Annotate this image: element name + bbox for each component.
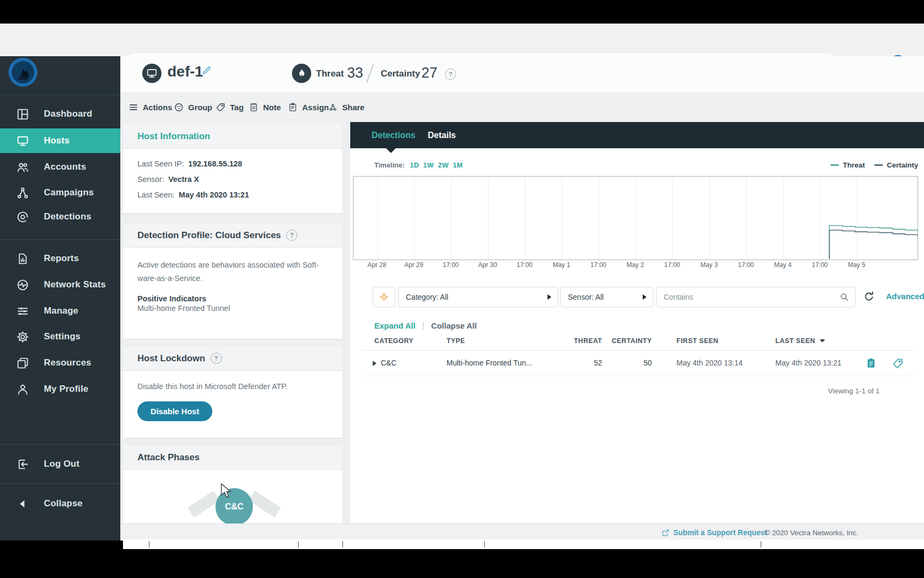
vectra-logo[interactable] [8, 57, 38, 87]
collapse-icon [16, 497, 29, 511]
advanced-filters-link[interactable]: Advanced [886, 292, 924, 301]
sidebar-item-detections[interactable]: Detections [0, 204, 120, 229]
support-request-label: Submit a Support Request [673, 528, 767, 537]
certainty-label: Certainty [381, 69, 420, 79]
cell-category: C&C [381, 359, 397, 367]
sidebar-item-hosts[interactable]: Hosts [0, 128, 120, 153]
sidebar-item-label: Resources [44, 358, 91, 368]
disable-host-button[interactable]: Disable Host [137, 401, 212, 421]
note-button[interactable]: Note [249, 92, 281, 122]
sidebar-item-resources[interactable]: Resources [0, 351, 120, 375]
column-header-category[interactable]: CATEGORY [374, 337, 413, 345]
scrubber-tick [760, 541, 761, 547]
host-lockdown-help-icon[interactable] [211, 353, 222, 364]
sidebar-item-label: Campaigns [44, 187, 94, 198]
timeline-range-1d[interactable]: 1D [410, 161, 419, 169]
app-window: Dashboard Hosts Accounts Campaigns Detec… [0, 56, 924, 541]
sidebar-item-settings[interactable]: Settings [0, 324, 120, 349]
sidebar-item-my-profile[interactable]: My Profile [0, 377, 120, 401]
host-information-panel: Host Information Last Seen IP: 192.168.5… [123, 124, 342, 213]
info-value: Vectra X [168, 175, 199, 184]
sidebar-item-manage[interactable]: Manage [0, 299, 120, 323]
sidebar-item-label: Dashboard [44, 109, 93, 119]
sidebar-item-label: Log Out [44, 459, 80, 469]
assign-label: Assign [302, 103, 329, 112]
panel-header: Host Lockdown [123, 346, 342, 371]
cell-type-link[interactable]: Multi-home Fronted Tun... [446, 359, 532, 367]
row-tag-icon[interactable] [892, 358, 904, 369]
category-filter-dropdown[interactable]: Category: All [398, 287, 558, 307]
column-header-type[interactable]: TYPE [446, 337, 465, 345]
tab-details[interactable]: Details [428, 122, 456, 148]
profile-icon [16, 383, 29, 396]
category-filter-value: Category: All [406, 293, 448, 301]
scrubber-tick [484, 541, 485, 547]
assign-icon [288, 102, 298, 112]
edit-pencil-icon[interactable] [202, 65, 212, 75]
dropdown-arrow-icon [643, 294, 646, 300]
share-label: Share [342, 103, 365, 112]
sidebar-item-logout[interactable]: Log Out [0, 452, 120, 476]
search-icon[interactable] [839, 292, 850, 302]
column-header-threat[interactable]: THREAT [570, 337, 602, 345]
x-tick-label: May 3 [700, 261, 718, 269]
timeline-label: Timeline: [374, 161, 405, 169]
x-tick-label: May 4 [774, 261, 792, 269]
sidebar-item-label: Collapse [44, 498, 82, 509]
assign-button[interactable]: Assign [288, 92, 329, 122]
column-header-first-seen[interactable]: FIRST SEEN [676, 337, 719, 345]
expand-all-link[interactable]: Expand All [374, 321, 415, 330]
support-request-link[interactable]: Submit a Support Request [661, 528, 767, 537]
video-scrubber-strip[interactable] [123, 539, 924, 549]
campaigns-icon [16, 186, 29, 200]
scrubber-tick [342, 541, 343, 547]
actions-button[interactable]: Actions [128, 92, 172, 122]
timeline-range-1w[interactable]: 1W [423, 161, 434, 169]
sidebar-item-reports[interactable]: Reports [0, 246, 120, 271]
column-header-last-seen[interactable]: LAST SEEN [775, 337, 825, 345]
timeline-range-2w[interactable]: 2W [438, 161, 449, 169]
sidebar-item-dashboard[interactable]: Dashboard [0, 102, 120, 126]
contains-input[interactable] [657, 287, 841, 307]
triage-filter-button[interactable] [373, 287, 395, 307]
accounts-icon [16, 161, 29, 174]
tab-detections[interactable]: Detections [372, 122, 415, 148]
info-row-last-seen-ip: Last Seen IP: 192.168.55.128 [137, 159, 328, 168]
sidebar-item-campaigns[interactable]: Campaigns [0, 180, 120, 205]
share-button[interactable]: Share [328, 92, 365, 122]
share-icon [328, 102, 338, 112]
legend-threat-label: Threat [843, 161, 865, 169]
group-button[interactable]: Group [174, 92, 212, 122]
crosshair-icon [379, 292, 389, 302]
row-expand-icon[interactable] [373, 361, 376, 366]
detection-profile-help-icon[interactable] [286, 230, 297, 241]
reset-filters-icon[interactable] [863, 290, 875, 303]
threat-legend-dash-icon [830, 164, 839, 166]
attack-phases-title: Attack Phases [137, 452, 199, 463]
column-header-certainty[interactable]: CERTAINTY [609, 337, 652, 345]
note-icon [249, 102, 259, 112]
timeline-chart[interactable] [353, 176, 918, 260]
row-note-icon[interactable] [865, 358, 877, 369]
sensor-filter-dropdown[interactable]: Sensor: All [560, 287, 653, 307]
info-row-sensor: Sensor: Vectra X [137, 175, 328, 184]
legend-certainty-label: Certainty [887, 161, 918, 169]
sidebar-item-collapse[interactable]: Collapse [0, 491, 120, 516]
collapse-all-link[interactable]: Collapse All [431, 321, 476, 330]
group-label: Group [188, 103, 212, 112]
dropdown-arrow-icon [548, 294, 551, 300]
tag-button[interactable]: Tag [215, 92, 244, 122]
info-label: Last Seen IP: [137, 159, 184, 168]
cell-first-seen: May 4th 2020 13:14 [676, 359, 743, 367]
certainty-legend-dash-icon [874, 164, 883, 166]
cell-last-seen: May 4th 2020 13:21 [775, 359, 842, 367]
external-link-icon [661, 529, 669, 537]
detections-icon [16, 210, 29, 224]
cell-certainty: 50 [609, 359, 652, 367]
score-help-icon[interactable] [445, 69, 456, 80]
timeline-range-1m[interactable]: 1M [453, 161, 463, 169]
logout-icon [16, 458, 29, 471]
sidebar-item-accounts[interactable]: Accounts [0, 155, 120, 179]
settings-gear-icon [16, 330, 29, 344]
sidebar-item-network-stats[interactable]: Network Stats [0, 272, 120, 297]
